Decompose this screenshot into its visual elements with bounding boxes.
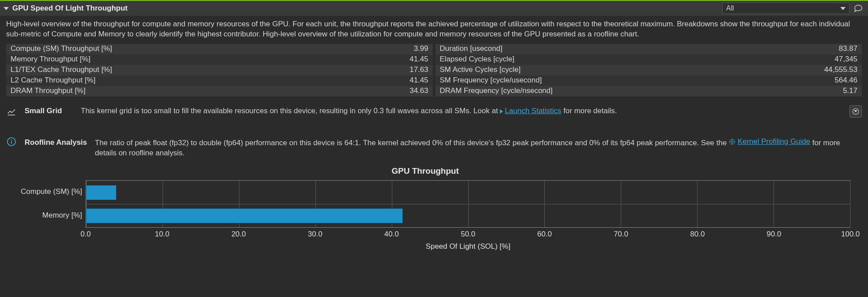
launch-statistics-link-text: Launch Statistics xyxy=(505,107,561,115)
metric-row: Memory Throughput [%]41.45 xyxy=(6,54,433,65)
collapse-toggle-icon[interactable] xyxy=(4,7,9,10)
svg-rect-3 xyxy=(11,139,12,140)
metric-value: 83.87 xyxy=(839,44,857,54)
chart-ylabels: Compute (SM) [%]Memory [%] xyxy=(0,180,86,228)
filter-dropdown-value: All xyxy=(726,4,734,13)
chart-title: GPU Throughput xyxy=(0,165,850,177)
chevron-down-icon xyxy=(840,7,846,10)
caret-right-icon xyxy=(500,109,503,114)
metric-label: SM Frequency [cycle/usecond] xyxy=(440,75,835,86)
metric-row: L2 Cache Throughput [%]41.45 xyxy=(6,75,433,86)
small-grid-note: Small Grid This kernel grid is too small… xyxy=(0,101,868,122)
metrics-col-left: Compute (SM) Throughput [%]3.99Memory Th… xyxy=(6,44,433,97)
roofline-note: Roofline Analysis The ratio of peak floa… xyxy=(0,132,868,163)
chart-xlabel: 10.0 xyxy=(155,229,170,240)
chart-xlabel: 40.0 xyxy=(384,229,399,240)
chart-gridline xyxy=(86,204,850,204)
chart-xlabel: 80.0 xyxy=(690,229,705,240)
metric-value: 3.99 xyxy=(414,44,428,54)
metric-row: Duration [usecond]83.87 xyxy=(435,44,862,54)
metric-value: 17.63 xyxy=(409,65,428,75)
metric-label: Memory Throughput [%] xyxy=(11,54,409,64)
svg-rect-2 xyxy=(11,141,12,143)
metric-row: L1/TEX Cache Throughput [%]17.63 xyxy=(6,65,433,75)
chart-xlabel: 20.0 xyxy=(231,229,246,240)
panel-title: GPU Speed Of Light Throughput xyxy=(12,4,719,14)
roofline-body: The ratio of peak float (fp32) to double… xyxy=(95,137,862,158)
metric-label: Compute (SM) Throughput [%] xyxy=(11,44,414,54)
chevron-down-icon xyxy=(854,110,857,112)
metric-value: 564.46 xyxy=(835,75,857,86)
chart-xlabel: 60.0 xyxy=(537,229,552,240)
panel-header: GPU Speed Of Light Throughput All xyxy=(0,1,868,16)
sol-panel: GPU Speed Of Light Throughput All High-l… xyxy=(0,0,868,260)
metrics-table: Compute (SM) Throughput [%]3.99Memory Th… xyxy=(0,44,868,97)
metric-value: 41.45 xyxy=(409,54,428,64)
chart-bar xyxy=(86,185,116,200)
roofline-text-pre: The ratio of peak float (fp32) to double… xyxy=(95,139,729,147)
launch-statistics-link[interactable]: Launch Statistics xyxy=(500,107,561,115)
roofline-title: Roofline Analysis xyxy=(25,137,87,148)
filter-dropdown[interactable]: All xyxy=(722,3,850,14)
chart-bar xyxy=(86,208,403,223)
metric-row: SM Active Cycles [cycle]44,555.53 xyxy=(435,65,862,75)
comment-icon[interactable] xyxy=(853,3,864,14)
kernel-profiling-guide-link[interactable]: Kernel Profiling Guide xyxy=(729,137,810,147)
chart-gridline xyxy=(850,181,850,227)
chart-xlabel: 30.0 xyxy=(308,229,322,240)
small-grid-title: Small Grid xyxy=(25,106,73,116)
chart-line-icon xyxy=(6,107,17,116)
metric-row: DRAM Frequency [cycle/nsecond]5.17 xyxy=(435,86,862,97)
small-grid-text-post: for more details. xyxy=(561,107,617,115)
metric-value: 47,345 xyxy=(835,54,857,64)
metric-label: Elapsed Cycles [cycle] xyxy=(440,54,835,64)
metric-label: L1/TEX Cache Throughput [%] xyxy=(11,65,409,75)
metric-row: Compute (SM) Throughput [%]3.99 xyxy=(6,44,433,54)
panel-description: High-level overview of the throughput fo… xyxy=(0,16,868,44)
chart-xlabel: 70.0 xyxy=(614,229,628,240)
chart-plot xyxy=(86,180,850,228)
chart-xlabel: 0.0 xyxy=(80,229,91,240)
metric-value: 5.17 xyxy=(843,86,857,96)
metrics-col-right: Duration [usecond]83.87Elapsed Cycles [c… xyxy=(435,44,862,97)
metric-label: L2 Cache Throughput [%] xyxy=(11,75,409,86)
chart-xtitle: Speed Of Light (SOL) [%] xyxy=(86,242,850,252)
chart-area: GPU Throughput Compute (SM) [%]Memory [%… xyxy=(0,163,868,260)
metric-label: Duration [usecond] xyxy=(440,44,839,54)
metric-value: 41.45 xyxy=(409,75,428,86)
metric-row: DRAM Throughput [%]34.63 xyxy=(6,86,433,97)
chart-ylabel: Memory [%] xyxy=(0,204,86,228)
chart-xlabel: 90.0 xyxy=(767,229,781,240)
metric-label: SM Active Cycles [cycle] xyxy=(440,65,824,75)
metric-value: 44,555.53 xyxy=(824,65,857,75)
kernel-guide-link-text: Kernel Profiling Guide xyxy=(738,137,810,147)
metric-value: 34.63 xyxy=(409,86,428,96)
metric-label: DRAM Frequency [cycle/nsecond] xyxy=(440,86,843,96)
chart-xlabels: 0.010.020.030.040.050.060.070.080.090.01… xyxy=(86,228,850,239)
metric-label: DRAM Throughput [%] xyxy=(11,86,409,96)
small-grid-text-pre: This kernel grid is too small to fill th… xyxy=(81,107,500,115)
chart-xlabel: 50.0 xyxy=(461,229,475,240)
expand-details-button[interactable] xyxy=(850,105,862,118)
info-icon xyxy=(6,137,17,147)
chart-ylabel: Compute (SM) [%] xyxy=(0,180,86,204)
chart-body: Compute (SM) [%]Memory [%] xyxy=(0,180,850,228)
metric-row: Elapsed Cycles [cycle]47,345 xyxy=(435,54,862,65)
small-grid-body: This kernel grid is too small to fill th… xyxy=(81,106,842,116)
chart-xlabel: 100.0 xyxy=(841,229,860,240)
metric-row: SM Frequency [cycle/usecond]564.46 xyxy=(435,75,862,86)
